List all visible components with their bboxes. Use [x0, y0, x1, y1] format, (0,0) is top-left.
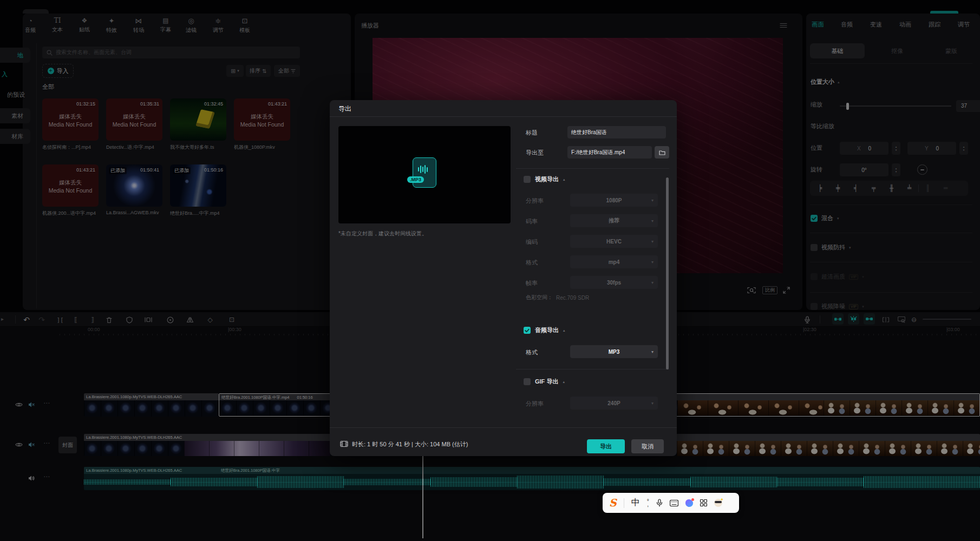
bitrate-row: 码率 推荐 ▾: [516, 214, 669, 227]
framerate-dropdown[interactable]: 30fps ▾: [570, 276, 658, 289]
duration-size-info: 时长: 1 时 50 分 41 秒 | 大小: 104 MB (估计): [352, 440, 468, 448]
export-path-label: 导出至: [526, 149, 544, 157]
divider: [516, 369, 669, 370]
export-path-field[interactable]: F:/绝世好Bra国语.mp4: [567, 146, 652, 159]
format-row: 格式 mp4 ▾: [516, 255, 669, 268]
gif-resolution-dropdown[interactable]: 240P ▾: [570, 397, 658, 410]
export-dialog: 导出 .MP3 *未自定义封面，建议去时间线设置。 标题 导出至 F:/绝世好B…: [330, 100, 677, 456]
chevron-down-icon: ▾: [651, 239, 654, 244]
audio-format-row: 格式 MP3 ▾: [516, 345, 669, 358]
export-confirm-button[interactable]: 导出: [587, 439, 625, 453]
chevron-down-icon: ▾: [651, 401, 654, 406]
collapse-icon[interactable]: ▴: [563, 328, 565, 333]
folder-icon: [659, 150, 665, 155]
codec-row: 编码 HEVC ▾: [516, 235, 669, 248]
collapse-icon[interactable]: ▴: [563, 380, 565, 384]
divider: [330, 116, 677, 117]
gif-resolution-row: 分辨率 240P ▾: [516, 397, 669, 410]
divider: [330, 427, 677, 428]
color-space-row: 色彩空间： Rec.709 SDR: [526, 294, 589, 301]
ime-mode-toggle[interactable]: 中: [631, 497, 640, 509]
mp3-file-icon: .MP3: [413, 157, 436, 188]
chevron-down-icon: ▾: [651, 349, 654, 354]
ime-toolbar: S 中 °, ✦: [603, 493, 739, 513]
toolbox-grid-icon[interactable]: [700, 499, 707, 506]
chevron-down-icon: ▾: [651, 260, 654, 265]
film-icon: [340, 440, 348, 447]
audio-export-header: 音频导出 ▴: [524, 326, 565, 334]
gif-export-checkbox[interactable]: [524, 378, 531, 385]
divider: [516, 168, 669, 169]
dialog-scrollbar[interactable]: [666, 177, 669, 370]
cover-note: *未自定义封面，建议去时间线设置。: [338, 230, 427, 237]
punctuation-icon[interactable]: °,: [647, 500, 649, 506]
title-input[interactable]: [567, 126, 666, 138]
framerate-row: 帧率 30fps ▾: [516, 276, 669, 289]
divider: [624, 498, 624, 508]
cancel-button[interactable]: 取消: [631, 439, 664, 453]
audio-format-dropdown[interactable]: MP3 ▾: [570, 345, 658, 358]
video-export-header: 视频导出 ▴: [524, 175, 565, 183]
gif-export-header: GIF 导出 ▴: [524, 378, 565, 386]
bitrate-dropdown[interactable]: 推荐 ▾: [570, 214, 658, 227]
keyboard-icon[interactable]: [670, 500, 678, 506]
resolution-dropdown[interactable]: 1080P ▾: [570, 194, 658, 207]
export-preview: .MP3: [338, 126, 511, 223]
ai-assistant-icon[interactable]: [685, 499, 693, 507]
emoji-skin-icon[interactable]: ✦: [714, 499, 722, 507]
resolution-row: 分辨率 1080P ▾: [516, 194, 669, 207]
chevron-down-icon: ▾: [651, 280, 654, 285]
collapse-icon[interactable]: ▴: [563, 177, 565, 182]
video-export-checkbox[interactable]: [524, 176, 531, 183]
voice-input-icon[interactable]: [656, 499, 663, 507]
chevron-down-icon: ▾: [651, 198, 654, 203]
sogou-logo-icon[interactable]: S: [609, 498, 617, 508]
chevron-down-icon: ▾: [651, 219, 654, 223]
mp3-badge: .MP3: [407, 176, 424, 183]
audio-export-checkbox[interactable]: [524, 327, 531, 334]
title-label: 标题: [526, 129, 538, 137]
browse-folder-button[interactable]: [655, 146, 669, 159]
codec-dropdown[interactable]: HEVC ▾: [570, 235, 658, 248]
format-dropdown[interactable]: mp4 ▾: [570, 255, 658, 268]
dialog-title: 导出: [338, 104, 351, 114]
